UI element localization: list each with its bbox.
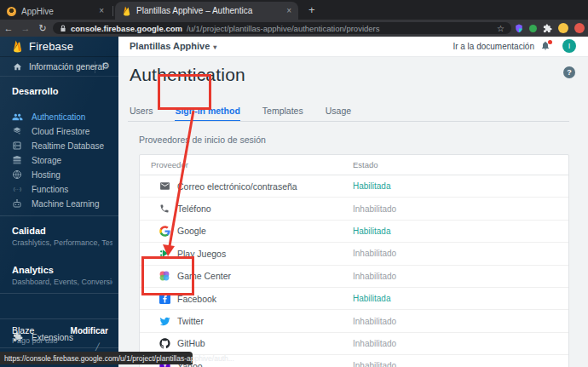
divider [95, 61, 95, 73]
user-avatar[interactable]: I [562, 39, 576, 53]
column-estado: Estado [353, 160, 378, 169]
provider-status: Habilitada [353, 227, 390, 236]
home-icon [13, 62, 22, 72]
tab-separator [112, 6, 113, 16]
table-row-twitter[interactable]: Twitter Inhabilitado [140, 310, 568, 332]
apphive-icon [7, 7, 16, 16]
storage-icon [12, 155, 23, 166]
nav-item-label: Functions [32, 185, 68, 194]
table-row-play-juegos[interactable]: Play Juegos Inhabilitado [140, 243, 568, 265]
app-header: Plantillas Apphive▾ Ir a la documentació… [118, 37, 588, 57]
mail-icon [159, 181, 170, 192]
provider-name: Correo electrónico/contraseña [177, 181, 297, 192]
sidebar: Firebase Información general ⚙ Desarroll… [0, 37, 118, 367]
modify-plan-button[interactable]: Modificar [71, 326, 108, 335]
phone-icon [159, 203, 170, 215]
tab-templates[interactable]: Templates [262, 106, 303, 122]
annotation-box-facebook-row [141, 256, 194, 295]
provider-status: Inhabilitado [353, 361, 396, 367]
green-dot-extension-icon[interactable] [529, 25, 537, 32]
browser-tabstrip: AppHive × Plantillas Apphive – Authentic… [0, 0, 588, 20]
section-title: Proveedores de inicio de sesión [139, 135, 266, 145]
extensions-area [515, 22, 585, 34]
table-row-github[interactable]: GitHub Inhabilitado [140, 333, 568, 355]
close-icon[interactable]: × [286, 7, 291, 15]
chevron-down-icon: ▾ [213, 43, 216, 51]
tab-usage[interactable]: Usage [326, 106, 351, 122]
github-icon [159, 337, 170, 349]
divider [0, 347, 118, 348]
back-icon[interactable]: ← [0, 23, 17, 33]
docs-link[interactable]: Ir a la documentación [453, 42, 534, 51]
new-tab-button[interactable]: + [308, 3, 315, 16]
divider [0, 318, 118, 319]
reload-icon[interactable]: ↻ [34, 23, 51, 34]
firebase-logo[interactable]: Firebase [0, 37, 118, 57]
browser-tab-apphive[interactable]: AppHive × [0, 3, 111, 20]
ml-icon [12, 198, 23, 209]
sidebar-item-storage[interactable]: Storage [0, 153, 118, 168]
sidebar-item-analytics[interactable]: Analytics [12, 265, 54, 275]
twitter-icon [159, 315, 170, 327]
tab-title: Plantillas Apphive – Authentica [136, 6, 281, 15]
section-desarrollo: Desarrollo [12, 86, 58, 96]
analytics-subtitle: Dashboard, Events, Conversions, A... [12, 278, 112, 286]
help-icon[interactable]: ? [563, 66, 575, 78]
browser-tab-firebase[interactable]: Plantillas Apphive – Authentica × [115, 2, 298, 20]
url-host: console.firebase.google.com [71, 24, 182, 33]
gear-icon[interactable]: ⚙ [101, 60, 110, 72]
table-row-facebook[interactable]: Facebook Habilitada [140, 288, 568, 310]
hosting-icon [12, 169, 23, 181]
provider-status: Inhabilitado [353, 204, 396, 214]
table-row-correo-electr-nico-contrase-a[interactable]: Correo electrónico/contraseña Habilitada [140, 175, 568, 198]
sidebar-item-machine-learning[interactable]: Machine Learning [0, 197, 118, 211]
calidad-subtitle: Crashlytics, Performance, Test La... [12, 238, 112, 247]
annotation-box-signin-tab [158, 74, 211, 110]
table-row-tel-fono[interactable]: Teléfono Inhabilitado [140, 198, 568, 220]
forward-icon[interactable]: → [17, 23, 34, 33]
firebase-console: Firebase Información general ⚙ Desarroll… [0, 37, 588, 367]
notification-badge [548, 40, 552, 44]
nav-item-label: Realtime Database [32, 141, 104, 151]
people-icon [12, 112, 23, 123]
address-bar[interactable]: console.firebase.google.com /u/1/project… [53, 22, 511, 34]
sidebar-item-overview[interactable]: Información general ⚙ [0, 58, 118, 77]
sidebar-item-authentication[interactable]: Authentication [0, 110, 118, 124]
project-selector[interactable]: Plantillas Apphive▾ [130, 41, 216, 51]
tab-title: AppHive [21, 7, 94, 16]
tab-users[interactable]: Users [130, 106, 153, 122]
svg-text:(···): (···) [14, 186, 21, 192]
functions-icon: (···) [12, 184, 23, 195]
provider-name: GitHub [177, 338, 205, 348]
brand-name: Firebase [29, 40, 73, 53]
sidebar-item-realtime-database[interactable]: Realtime Database [0, 139, 118, 153]
profile-red-avatar[interactable] [574, 23, 585, 33]
lock-icon [60, 25, 66, 32]
close-icon[interactable]: × [99, 7, 104, 15]
dev-nav-list: Authentication Cloud Firestore Realtime … [0, 110, 118, 211]
profile-yellow-avatar[interactable] [558, 23, 568, 33]
table-row-game-center[interactable]: Game Center Inhabilitado [140, 266, 568, 288]
plan-subtitle: Pago por uso [12, 336, 58, 345]
divider [0, 293, 118, 294]
overview-label: Información general [29, 62, 104, 72]
table-row-google[interactable]: Google Habilitada [140, 221, 568, 243]
notifications-bell-icon[interactable] [540, 40, 552, 52]
sidebar-item-cloud-firestore[interactable]: Cloud Firestore [0, 124, 118, 139]
table-body: Correo electrónico/contraseña Habilitada… [140, 175, 568, 367]
sidebar-resize-handle[interactable]: ╱ [95, 343, 100, 351]
sidebar-item-calidad[interactable]: Calidad [12, 226, 46, 236]
firebase-flame-icon [13, 40, 23, 53]
providers-card: Proveedor Estado Correo electrónico/cont… [139, 154, 569, 367]
google-icon [159, 225, 170, 237]
sidebar-item-functions[interactable]: (···) Functions [0, 182, 118, 197]
firebase-flame-icon [122, 6, 131, 15]
sidebar-item-hosting[interactable]: Hosting [0, 168, 118, 182]
provider-name: Twitter [177, 316, 204, 326]
nav-item-label: Hosting [32, 170, 61, 180]
extensions-puzzle-icon[interactable] [543, 24, 552, 33]
bookmark-star-icon[interactable]: ☆ [497, 24, 504, 33]
database-icon [12, 140, 23, 152]
nav-item-label: Machine Learning [32, 199, 100, 209]
shield-extension-icon[interactable] [515, 24, 523, 33]
